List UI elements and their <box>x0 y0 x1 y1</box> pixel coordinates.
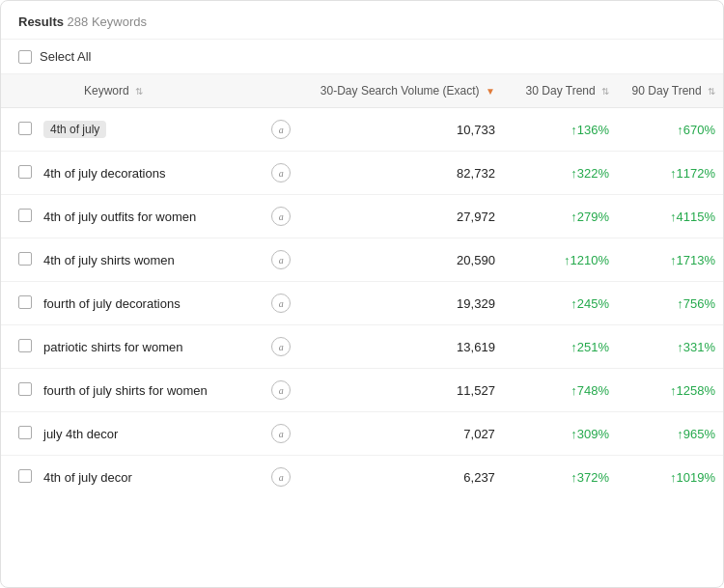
amazon-icon-cell[interactable]: a <box>264 456 298 499</box>
keyword-cell: july 4th decor <box>36 412 264 456</box>
30day-trend-value: ↑372% <box>571 470 609 485</box>
row-checkbox[interactable] <box>18 165 32 179</box>
table-row: july 4th decora7,027↑309%↑965% <box>1 412 723 456</box>
30day-trend-value: ↑245% <box>571 296 609 311</box>
amazon-icon-cell[interactable]: a <box>264 325 298 369</box>
30day-sort-icon[interactable]: ⇅ <box>601 86 609 97</box>
row-checkbox[interactable] <box>18 252 32 266</box>
search-volume-cell: 11,527 <box>298 369 503 412</box>
row-checkbox-cell <box>1 238 36 282</box>
90day-trend-value: ↑965% <box>677 427 715 441</box>
row-checkbox[interactable] <box>18 295 32 309</box>
row-checkbox[interactable] <box>18 469 32 483</box>
30day-trend-value: ↑136% <box>571 123 609 137</box>
90day-trend-value: ↑331% <box>677 340 715 354</box>
30day-trend-value: ↑251% <box>571 340 609 354</box>
th-90day-trend[interactable]: 90 Day Trend ⇅ <box>617 74 723 108</box>
keyword-text: 4th of july outfits for women <box>43 210 196 224</box>
row-checkbox-cell <box>1 325 36 369</box>
amazon-icon-cell[interactable]: a <box>264 152 298 195</box>
table-row: 4th of july decora6,237↑372%↑1019% <box>1 456 723 499</box>
results-title: Results 288 Keywords <box>18 14 706 29</box>
keyword-cell: fourth of july decorations <box>36 282 264 325</box>
amazon-icon-cell[interactable]: a <box>264 108 298 152</box>
table-row: 4th of july shirts womena20,590↑1210%↑17… <box>1 238 723 282</box>
row-checkbox-cell <box>1 108 36 152</box>
row-checkbox[interactable] <box>18 209 32 222</box>
row-checkbox-cell <box>1 195 36 238</box>
th-30day-trend[interactable]: 30 Day Trend ⇅ <box>503 74 617 108</box>
keyword-text: 4th of july decorations <box>43 166 165 181</box>
90day-trend-cell: ↑4115% <box>617 195 723 238</box>
row-checkbox[interactable] <box>18 382 32 396</box>
select-all-label[interactable]: Select All <box>40 49 91 64</box>
30day-trend-cell: ↑372% <box>503 456 617 499</box>
90day-trend-value: ↑1019% <box>670 470 715 485</box>
90day-trend-value: ↑1172% <box>670 166 715 181</box>
amazon-icon: a <box>271 294 291 313</box>
search-volume-cell: 13,619 <box>298 325 503 369</box>
amazon-icon: a <box>271 337 291 356</box>
30day-trend-cell: ↑309% <box>503 412 617 456</box>
row-checkbox-cell <box>1 412 36 456</box>
keyword-text: 4th of july decor <box>43 470 132 485</box>
row-checkbox-cell <box>1 456 36 499</box>
amazon-icon-cell[interactable]: a <box>264 195 298 238</box>
search-volume-cell: 27,972 <box>298 195 503 238</box>
30day-trend-cell: ↑748% <box>503 369 617 412</box>
table-row: 4th of july decorationsa82,732↑322%↑1172… <box>1 152 723 195</box>
table-row: fourth of july shirts for womena11,527↑7… <box>1 369 723 412</box>
90day-trend-cell: ↑1258% <box>617 369 723 412</box>
row-checkbox-cell <box>1 369 36 412</box>
90day-trend-cell: ↑331% <box>617 325 723 369</box>
keywords-table: Keyword ⇅ 30-Day Search Volume (Exact) ▼… <box>1 74 723 498</box>
results-container: Results 288 Keywords Select All Keyword … <box>0 0 724 588</box>
amazon-icon-cell[interactable]: a <box>264 238 298 282</box>
30day-trend-cell: ↑251% <box>503 325 617 369</box>
search-vol-sort-icon[interactable]: ▼ <box>486 86 495 97</box>
amazon-icon-cell[interactable]: a <box>264 369 298 412</box>
search-volume-cell: 19,329 <box>298 282 503 325</box>
table-header-row: Keyword ⇅ 30-Day Search Volume (Exact) ▼… <box>1 74 723 108</box>
results-header: Results 288 Keywords <box>1 1 723 40</box>
30day-trend-cell: ↑279% <box>503 195 617 238</box>
th-amazon-icon-col <box>264 74 298 108</box>
table-row: 4th of julya10,733↑136%↑670% <box>1 108 723 152</box>
amazon-icon-cell[interactable]: a <box>264 282 298 325</box>
90day-trend-cell: ↑670% <box>617 108 723 152</box>
keyword-cell: 4th of july outfits for women <box>36 195 264 238</box>
select-all-checkbox[interactable] <box>18 50 32 64</box>
select-all-row: Select All <box>1 40 723 74</box>
keyword-sort-icon[interactable]: ⇅ <box>135 86 143 97</box>
amazon-icon: a <box>271 163 291 182</box>
keyword-badge: 4th of july <box>43 121 106 138</box>
table-row: fourth of july decorationsa19,329↑245%↑7… <box>1 282 723 325</box>
30day-trend-value: ↑748% <box>571 383 609 398</box>
row-checkbox[interactable] <box>18 426 32 439</box>
search-volume-cell: 10,733 <box>298 108 503 152</box>
row-checkbox-cell <box>1 282 36 325</box>
keyword-text: 4th of july shirts women <box>43 253 175 267</box>
row-checkbox[interactable] <box>18 122 32 135</box>
90day-trend-value: ↑670% <box>677 123 715 137</box>
keyword-cell: fourth of july shirts for women <box>36 369 264 412</box>
search-volume-cell: 20,590 <box>298 238 503 282</box>
search-volume-cell: 7,027 <box>298 412 503 456</box>
30day-trend-value: ↑309% <box>571 427 609 441</box>
90day-trend-cell: ↑965% <box>617 412 723 456</box>
90day-trend-cell: ↑1019% <box>617 456 723 499</box>
th-keyword[interactable]: Keyword ⇅ <box>36 74 264 108</box>
keyword-cell: 4th of july decorations <box>36 152 264 195</box>
table-row: patriotic shirts for womena13,619↑251%↑3… <box>1 325 723 369</box>
keyword-cell: 4th of july shirts women <box>36 238 264 282</box>
amazon-icon: a <box>271 467 291 487</box>
amazon-icon-cell[interactable]: a <box>264 412 298 456</box>
amazon-icon: a <box>271 380 291 400</box>
30day-trend-value: ↑322% <box>571 166 609 181</box>
row-checkbox[interactable] <box>18 339 32 352</box>
30day-trend-cell: ↑1210% <box>503 238 617 282</box>
keyword-cell: 4th of july decor <box>36 456 264 499</box>
th-search-volume[interactable]: 30-Day Search Volume (Exact) ▼ <box>298 74 503 108</box>
90day-trend-cell: ↑1713% <box>617 238 723 282</box>
90day-sort-icon[interactable]: ⇅ <box>708 86 715 97</box>
